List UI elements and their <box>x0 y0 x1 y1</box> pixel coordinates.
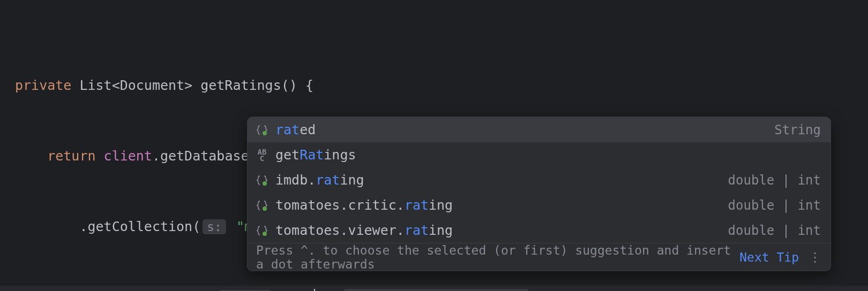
field-icon <box>255 123 269 137</box>
method-name: getRatings <box>200 78 281 93</box>
field-icon <box>255 173 269 187</box>
next-tip-link[interactable]: Next Tip <box>739 250 799 264</box>
autocomplete-label: tomatoes.viewer.rating <box>275 223 728 238</box>
method-call: getCollection <box>87 219 192 234</box>
paren-open: ( <box>192 219 200 234</box>
svg-point-3 <box>263 232 267 236</box>
autocomplete-type: String <box>774 122 821 137</box>
svg-point-1 <box>263 181 267 186</box>
autocomplete-label: tomatoes.critic.rating <box>275 197 728 213</box>
autocomplete-item[interactable]: imdb.rating double | int <box>248 167 830 193</box>
keyword-return: return <box>47 148 95 164</box>
parens: () <box>281 78 297 93</box>
field-ref: client <box>104 148 152 164</box>
field-icon <box>255 224 269 238</box>
field-icon <box>255 198 269 212</box>
method-call: getDatabase <box>160 148 249 164</box>
brace-open: { <box>297 78 313 93</box>
autocomplete-item[interactable]: tomatoes.viewer.rating double | int <box>248 218 830 243</box>
autocomplete-label: rated <box>275 122 774 137</box>
autocomplete-type: double | int <box>728 223 821 238</box>
autocomplete-type: double | int <box>728 173 821 188</box>
autocomplete-footer: Press ^. to choose the selected (or firs… <box>248 243 830 271</box>
code-line-current[interactable]: .find(Filters.eq(value: "rat"))FindItera… <box>0 286 868 291</box>
type-ref: List<Document> <box>79 78 192 93</box>
more-icon[interactable]: ⋮ <box>809 250 822 265</box>
autocomplete-item[interactable]: tomatoes.critic.rating double | int <box>248 193 830 218</box>
autocomplete-label: getRatings <box>275 147 821 163</box>
autocomplete-popup: rated String ABC getRatings imdb.rating … <box>247 117 831 271</box>
keyword-private: private <box>15 78 71 93</box>
autocomplete-item[interactable]: rated String <box>248 117 830 142</box>
autocomplete-label: imdb.rating <box>275 172 728 188</box>
svg-point-2 <box>263 206 267 211</box>
word-icon: ABC <box>255 148 269 162</box>
svg-point-0 <box>263 131 267 135</box>
type-inlay: FindIterable<Document> <box>343 289 529 291</box>
code-line[interactable]: private List<Document> getRatings() { <box>15 74 853 97</box>
dot: . <box>79 219 87 234</box>
autocomplete-tip-text: Press ^. to choose the selected (or firs… <box>256 243 732 271</box>
dot: . <box>152 148 160 164</box>
autocomplete-item[interactable]: ABC getRatings <box>248 142 830 167</box>
autocomplete-type: double | int <box>728 198 821 213</box>
param-hint: s: <box>203 219 226 234</box>
